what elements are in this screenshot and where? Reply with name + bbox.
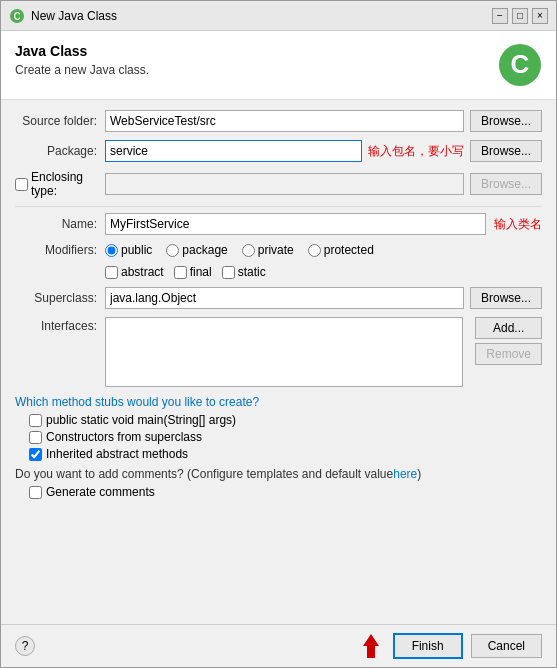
stub-constructors-checkbox[interactable] (29, 431, 42, 444)
interfaces-row: Interfaces: Add... Remove (15, 317, 542, 387)
new-java-class-dialog: C New Java Class − □ × Java Class Create… (0, 0, 557, 668)
dialog-title: Java Class (15, 43, 149, 59)
interfaces-label: Interfaces: (15, 317, 105, 333)
source-folder-input[interactable] (105, 110, 464, 132)
modifier-private-radio[interactable] (242, 244, 255, 257)
modifier-final-checkbox[interactable] (174, 266, 187, 279)
enclosing-type-row: Enclosing type: Browse... (15, 170, 542, 198)
method-stubs-section: Which method stubs would you like to cre… (15, 395, 542, 461)
finish-button[interactable]: Finish (393, 633, 463, 659)
stub-inherited-item: Inherited abstract methods (29, 447, 542, 461)
package-annotation: 输入包名，要小写 (368, 143, 464, 160)
modifier-protected-radio[interactable] (308, 244, 321, 257)
source-folder-row: Source folder: Browse... (15, 110, 542, 132)
cancel-button[interactable]: Cancel (471, 634, 542, 658)
modifiers-row: Modifiers: public package private protec… (15, 243, 542, 257)
superclass-input[interactable] (105, 287, 464, 309)
superclass-browse-button[interactable]: Browse... (470, 287, 542, 309)
stub-inherited-checkbox[interactable] (29, 448, 42, 461)
enclosing-type-browse-button: Browse... (470, 173, 542, 195)
comments-question-end: ) (417, 467, 421, 481)
generate-comments-label: Generate comments (46, 485, 155, 499)
stub-constructors-item: Constructors from superclass (29, 430, 542, 444)
name-annotation: 输入类名 (494, 216, 542, 233)
modifier-private[interactable]: private (242, 243, 294, 257)
stub-constructors-label: Constructors from superclass (46, 430, 202, 444)
enclosing-type-checkbox[interactable] (15, 178, 28, 191)
stub-main-item: public static void main(String[] args) (29, 413, 542, 427)
comments-section: Do you want to add comments? (Configure … (15, 467, 542, 499)
dialog-icon: C (9, 8, 25, 24)
dialog-subtitle: Create a new Java class. (15, 63, 149, 77)
close-button[interactable]: × (532, 8, 548, 24)
source-folder-label: Source folder: (15, 114, 105, 128)
help-button[interactable]: ? (15, 636, 35, 656)
modifiers-label: Modifiers: (15, 243, 105, 257)
svg-text:C: C (13, 11, 20, 22)
comments-link[interactable]: here (393, 467, 417, 481)
enclosing-type-label: Enclosing type: (31, 170, 97, 198)
dialog-footer: ? Finish Cancel (1, 624, 556, 667)
superclass-label: Superclass: (15, 291, 105, 305)
name-label: Name: (15, 217, 105, 231)
generate-comments-item: Generate comments (29, 485, 542, 499)
modifiers-checkbox-group: abstract final static (105, 265, 266, 279)
package-row: Package: 输入包名，要小写 Browse... (15, 140, 542, 162)
modifier-static[interactable]: static (222, 265, 266, 279)
dialog-body: Source folder: Browse... Package: 输入包名，要… (1, 100, 556, 624)
title-bar-text: New Java Class (31, 9, 486, 23)
comments-question-text: Do you want to add comments? (Configure … (15, 467, 393, 481)
modifier-static-checkbox[interactable] (222, 266, 235, 279)
title-bar: C New Java Class − □ × (1, 1, 556, 31)
interfaces-add-button[interactable]: Add... (475, 317, 542, 339)
title-bar-controls: − □ × (492, 8, 548, 24)
stub-inherited-label: Inherited abstract methods (46, 447, 188, 461)
name-input[interactable] (105, 213, 486, 235)
svg-text:C: C (511, 49, 530, 79)
modifiers-radio-group: public package private protected (105, 243, 374, 257)
generate-comments-checkbox[interactable] (29, 486, 42, 499)
dialog-header-text: Java Class Create a new Java class. (15, 43, 149, 77)
stub-main-checkbox[interactable] (29, 414, 42, 427)
minimize-button[interactable]: − (492, 8, 508, 24)
separator-1 (15, 206, 542, 207)
dialog-logo: C (498, 43, 542, 87)
comments-question: Do you want to add comments? (Configure … (15, 467, 542, 481)
dialog-header: Java Class Create a new Java class. C (1, 31, 556, 100)
package-browse-button[interactable]: Browse... (470, 140, 542, 162)
interfaces-remove-button[interactable]: Remove (475, 343, 542, 365)
modifier-protected[interactable]: protected (308, 243, 374, 257)
finish-arrow-icon (361, 634, 381, 658)
stub-main-label: public static void main(String[] args) (46, 413, 236, 427)
method-stubs-question: Which method stubs would you like to cre… (15, 395, 542, 409)
svg-marker-4 (363, 634, 379, 658)
modifier-public[interactable]: public (105, 243, 152, 257)
package-label: Package: (15, 144, 105, 158)
modifiers-row-2: abstract final static (15, 265, 542, 279)
package-input[interactable] (105, 140, 362, 162)
superclass-row: Superclass: Browse... (15, 287, 542, 309)
modifier-abstract[interactable]: abstract (105, 265, 164, 279)
modifier-final[interactable]: final (174, 265, 212, 279)
footer-left: ? (15, 636, 353, 656)
source-folder-browse-button[interactable]: Browse... (470, 110, 542, 132)
modifier-abstract-checkbox[interactable] (105, 266, 118, 279)
name-row: Name: 输入类名 (15, 213, 542, 235)
maximize-button[interactable]: □ (512, 8, 528, 24)
interfaces-textarea[interactable] (105, 317, 463, 387)
enclosing-type-input[interactable] (105, 173, 464, 195)
modifier-package[interactable]: package (166, 243, 227, 257)
modifier-public-radio[interactable] (105, 244, 118, 257)
modifier-package-radio[interactable] (166, 244, 179, 257)
